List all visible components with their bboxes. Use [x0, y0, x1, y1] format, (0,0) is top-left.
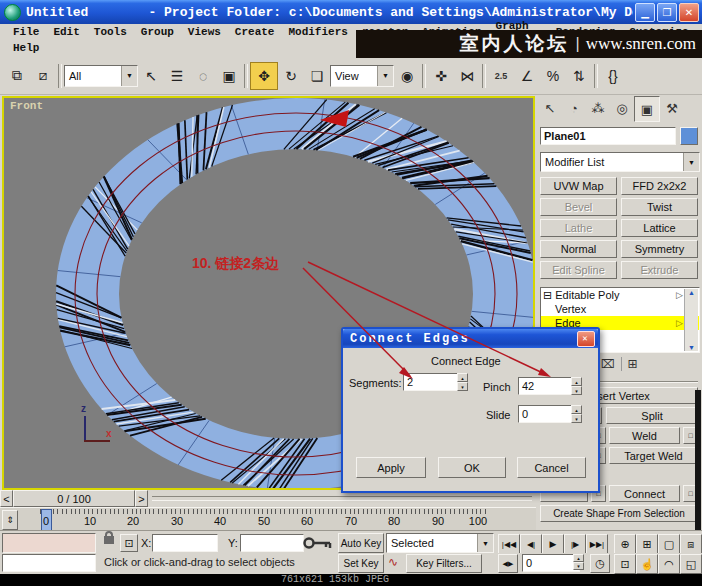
named-selection-sets-icon[interactable]: {} — [600, 63, 626, 89]
open-mini-trackview-icon[interactable]: ⇕ — [2, 510, 18, 530]
spinner-down-icon[interactable]: ▾ — [457, 382, 468, 391]
tab-modify-icon[interactable]: ◔ — [562, 96, 586, 120]
collapse-icon[interactable]: ⊟ — [543, 289, 552, 302]
current-frame-field[interactable]: 0 — [522, 554, 580, 572]
slide-spinner[interactable]: ▴ ▾ — [571, 405, 582, 423]
tab-create-icon[interactable]: ↖ — [538, 96, 562, 120]
select-and-rotate-icon[interactable]: ↻ — [278, 63, 304, 89]
select-by-name-icon[interactable]: ☰ — [164, 63, 190, 89]
go-to-end-button[interactable]: ▶▶| — [586, 534, 608, 554]
stack-row-vertex[interactable]: Vertex — [541, 302, 699, 316]
object-name-field[interactable]: Plane01 — [540, 127, 676, 145]
select-and-link-icon[interactable]: ⧉ — [4, 63, 30, 89]
tab-hierarchy-icon[interactable]: ⁂ — [586, 96, 610, 120]
menu-modifiers[interactable]: Modifiers — [281, 26, 354, 38]
slide-field[interactable]: 0 — [518, 405, 577, 423]
close-button[interactable]: ✕ — [679, 3, 699, 22]
min-max-toggle-icon[interactable]: ◱ — [680, 554, 702, 574]
weld-button[interactable]: Weld — [609, 427, 680, 444]
y-coordinate-field[interactable] — [240, 534, 304, 552]
scroll-down-icon[interactable]: ▼ — [688, 344, 695, 351]
menu-file[interactable]: File — [6, 26, 46, 38]
time-configuration-icon[interactable]: ◷ — [590, 554, 610, 573]
select-and-move-icon[interactable]: ✥ — [250, 62, 278, 90]
spinner-up-icon[interactable]: ▴ — [571, 405, 582, 414]
dialog-title-bar[interactable]: Connect Edges ✕ — [343, 329, 598, 348]
pinch-spinner[interactable]: ▴ ▾ — [571, 377, 582, 395]
next-frame-arrow[interactable]: > — [135, 490, 148, 507]
tab-utilities-icon[interactable]: ⚒ — [660, 96, 684, 120]
zoom-icon[interactable]: ⊕ — [614, 534, 636, 554]
spinner-snap-icon[interactable]: ⇅ — [566, 63, 592, 89]
percent-snap-icon[interactable]: % — [540, 63, 566, 89]
use-pivot-center-icon[interactable]: ◉ — [394, 63, 420, 89]
stack-label-editable-poly[interactable]: Editable Poly — [555, 289, 619, 301]
maximize-button[interactable]: ❐ — [657, 3, 677, 22]
select-and-manipulate-icon[interactable]: ✜ — [428, 63, 454, 89]
dialog-close-icon[interactable]: ✕ — [577, 331, 595, 347]
menu-edit[interactable]: Edit — [46, 26, 86, 38]
pan-icon[interactable]: ☝ — [636, 554, 658, 574]
track-bar[interactable]: ⇕ 0 10 20 30 40 50 60 70 80 90 100 — [0, 507, 536, 531]
selection-region-icon[interactable]: ◌ — [190, 63, 216, 89]
chevron-down-icon[interactable]: ▼ — [377, 66, 393, 86]
zoom-all-icon[interactable]: ⊞ — [636, 534, 658, 554]
tab-display-icon[interactable]: ▣ — [634, 96, 660, 122]
time-slider-button[interactable]: 0 / 100 — [13, 490, 135, 507]
frame-spinner[interactable]: ▴ ▾ — [573, 554, 584, 570]
menu-group[interactable]: Group — [134, 26, 181, 38]
segments-field[interactable]: 2 — [403, 373, 463, 391]
stack-row-editable-poly[interactable]: ⊟ Editable Poly ▷ — [541, 288, 699, 302]
window-crossing-icon[interactable]: ▣ — [216, 63, 242, 89]
selection-set-dropdown[interactable]: Selected ▼ — [386, 533, 494, 553]
spinner-up-icon[interactable]: ▴ — [571, 377, 582, 386]
play-button[interactable]: ▶ — [542, 534, 564, 554]
go-to-start-button[interactable]: |◀◀ — [498, 534, 520, 554]
zoom-extents-icon[interactable]: ▢ — [658, 534, 680, 554]
zoom-extents-all-icon[interactable]: ⧈ — [680, 534, 702, 554]
key-mode-toggle-icon[interactable]: ◀▶ — [498, 554, 518, 573]
chevron-down-icon[interactable]: ▼ — [683, 153, 699, 171]
selection-lock-icon[interactable] — [104, 536, 114, 544]
absolute-mode-icon[interactable]: ⊡ — [120, 534, 138, 552]
mirror-icon[interactable]: ⋈ — [454, 63, 480, 89]
modifier-button-twist[interactable]: Twist — [621, 198, 698, 216]
select-and-scale-icon[interactable]: ❏ — [304, 63, 330, 89]
connect-button[interactable]: Connect — [609, 485, 680, 502]
stack-label-vertex[interactable]: Vertex — [555, 303, 586, 315]
spinner-down-icon[interactable]: ▾ — [571, 386, 582, 395]
scroll-up-icon[interactable]: ▲ — [688, 289, 695, 296]
create-shape-from-selection-button[interactable]: Create Shape From Selection — [540, 505, 698, 522]
key-filters-button[interactable]: Key Filters... — [406, 554, 482, 573]
minimize-button[interactable]: ▁ — [635, 3, 655, 22]
select-object-icon[interactable]: ↖ — [138, 63, 164, 89]
arc-rotate-icon[interactable]: ◠ — [658, 554, 680, 574]
menu-views[interactable]: Views — [181, 26, 228, 38]
modifier-button-uvw-map[interactable]: UVW Map — [540, 177, 617, 195]
time-slider-track[interactable] — [152, 496, 532, 501]
pinch-field[interactable]: 42 — [518, 377, 577, 395]
chevron-down-icon[interactable]: ▼ — [121, 66, 137, 86]
set-keys-icon[interactable] — [302, 535, 334, 551]
spinner-down-icon[interactable]: ▾ — [571, 414, 582, 423]
menu-help[interactable]: Help — [6, 42, 46, 54]
unlink-selection-icon[interactable]: ⧄ — [30, 63, 56, 89]
spinner-down-icon[interactable]: ▾ — [573, 562, 584, 570]
next-frame-button[interactable]: |▶ — [564, 534, 586, 554]
modifier-button-normal[interactable]: Normal — [540, 240, 617, 258]
x-coordinate-field[interactable] — [152, 534, 218, 552]
selection-filter-dropdown[interactable]: All ▼ — [64, 65, 138, 87]
modifier-button-symmetry[interactable]: Symmetry — [621, 240, 698, 258]
menu-tools[interactable]: Tools — [87, 26, 134, 38]
modifier-button-ffd-2x2x2[interactable]: FFD 2x2x2 — [621, 177, 698, 195]
viewport-label[interactable]: Front — [10, 100, 43, 112]
menu-create[interactable]: Create — [228, 26, 282, 38]
angle-snap-icon[interactable]: ∠ — [514, 63, 540, 89]
target-weld-button[interactable]: Target Weld — [609, 447, 698, 464]
segments-spinner[interactable]: ▴ ▾ — [457, 373, 468, 391]
reference-coordinate-dropdown[interactable]: View ▼ — [330, 65, 394, 87]
auto-key-button[interactable]: Auto Key — [338, 533, 384, 553]
macro-recorder-pane[interactable] — [2, 533, 96, 553]
modifier-button-lattice[interactable]: Lattice — [621, 219, 698, 237]
apply-button[interactable]: Apply — [356, 457, 426, 478]
